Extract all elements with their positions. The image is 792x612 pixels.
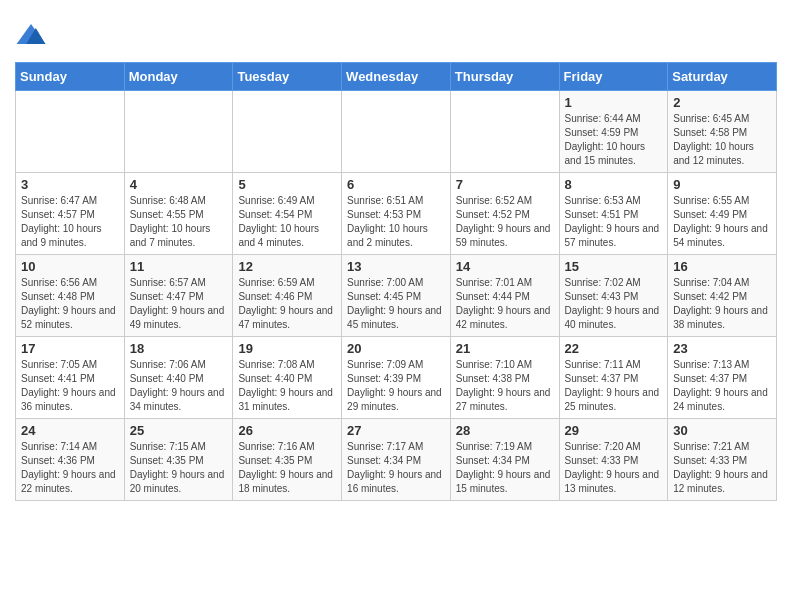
day-info: Sunrise: 7:15 AM Sunset: 4:35 PM Dayligh… xyxy=(130,440,228,496)
header-row: SundayMondayTuesdayWednesdayThursdayFrid… xyxy=(16,63,777,91)
day-info: Sunrise: 7:06 AM Sunset: 4:40 PM Dayligh… xyxy=(130,358,228,414)
calendar-cell: 21Sunrise: 7:10 AM Sunset: 4:38 PM Dayli… xyxy=(450,337,559,419)
day-number: 8 xyxy=(565,177,663,192)
day-info: Sunrise: 6:53 AM Sunset: 4:51 PM Dayligh… xyxy=(565,194,663,250)
calendar-cell: 22Sunrise: 7:11 AM Sunset: 4:37 PM Dayli… xyxy=(559,337,668,419)
calendar-row: 1Sunrise: 6:44 AM Sunset: 4:59 PM Daylig… xyxy=(16,91,777,173)
calendar-cell: 5Sunrise: 6:49 AM Sunset: 4:54 PM Daylig… xyxy=(233,173,342,255)
day-number: 25 xyxy=(130,423,228,438)
calendar-cell: 13Sunrise: 7:00 AM Sunset: 4:45 PM Dayli… xyxy=(342,255,451,337)
day-info: Sunrise: 7:20 AM Sunset: 4:33 PM Dayligh… xyxy=(565,440,663,496)
day-number: 1 xyxy=(565,95,663,110)
day-number: 10 xyxy=(21,259,119,274)
logo xyxy=(15,20,51,52)
calendar-cell: 24Sunrise: 7:14 AM Sunset: 4:36 PM Dayli… xyxy=(16,419,125,501)
calendar-cell: 27Sunrise: 7:17 AM Sunset: 4:34 PM Dayli… xyxy=(342,419,451,501)
day-info: Sunrise: 6:45 AM Sunset: 4:58 PM Dayligh… xyxy=(673,112,771,168)
day-number: 19 xyxy=(238,341,336,356)
column-header-monday: Monday xyxy=(124,63,233,91)
calendar-cell: 14Sunrise: 7:01 AM Sunset: 4:44 PM Dayli… xyxy=(450,255,559,337)
day-info: Sunrise: 6:44 AM Sunset: 4:59 PM Dayligh… xyxy=(565,112,663,168)
calendar-cell: 20Sunrise: 7:09 AM Sunset: 4:39 PM Dayli… xyxy=(342,337,451,419)
column-header-wednesday: Wednesday xyxy=(342,63,451,91)
column-header-tuesday: Tuesday xyxy=(233,63,342,91)
calendar-cell xyxy=(124,91,233,173)
day-info: Sunrise: 6:47 AM Sunset: 4:57 PM Dayligh… xyxy=(21,194,119,250)
calendar-cell: 9Sunrise: 6:55 AM Sunset: 4:49 PM Daylig… xyxy=(668,173,777,255)
day-info: Sunrise: 6:56 AM Sunset: 4:48 PM Dayligh… xyxy=(21,276,119,332)
calendar-cell: 18Sunrise: 7:06 AM Sunset: 4:40 PM Dayli… xyxy=(124,337,233,419)
day-info: Sunrise: 7:08 AM Sunset: 4:40 PM Dayligh… xyxy=(238,358,336,414)
day-number: 18 xyxy=(130,341,228,356)
calendar-cell: 25Sunrise: 7:15 AM Sunset: 4:35 PM Dayli… xyxy=(124,419,233,501)
day-number: 27 xyxy=(347,423,445,438)
day-info: Sunrise: 7:00 AM Sunset: 4:45 PM Dayligh… xyxy=(347,276,445,332)
day-number: 11 xyxy=(130,259,228,274)
calendar-cell: 15Sunrise: 7:02 AM Sunset: 4:43 PM Dayli… xyxy=(559,255,668,337)
calendar-cell: 29Sunrise: 7:20 AM Sunset: 4:33 PM Dayli… xyxy=(559,419,668,501)
day-info: Sunrise: 7:17 AM Sunset: 4:34 PM Dayligh… xyxy=(347,440,445,496)
calendar-row: 24Sunrise: 7:14 AM Sunset: 4:36 PM Dayli… xyxy=(16,419,777,501)
calendar-cell: 1Sunrise: 6:44 AM Sunset: 4:59 PM Daylig… xyxy=(559,91,668,173)
day-number: 14 xyxy=(456,259,554,274)
day-info: Sunrise: 7:14 AM Sunset: 4:36 PM Dayligh… xyxy=(21,440,119,496)
day-info: Sunrise: 6:55 AM Sunset: 4:49 PM Dayligh… xyxy=(673,194,771,250)
day-number: 7 xyxy=(456,177,554,192)
day-info: Sunrise: 6:49 AM Sunset: 4:54 PM Dayligh… xyxy=(238,194,336,250)
day-info: Sunrise: 6:59 AM Sunset: 4:46 PM Dayligh… xyxy=(238,276,336,332)
day-info: Sunrise: 7:21 AM Sunset: 4:33 PM Dayligh… xyxy=(673,440,771,496)
day-number: 13 xyxy=(347,259,445,274)
day-info: Sunrise: 7:13 AM Sunset: 4:37 PM Dayligh… xyxy=(673,358,771,414)
calendar-cell: 26Sunrise: 7:16 AM Sunset: 4:35 PM Dayli… xyxy=(233,419,342,501)
calendar-cell: 12Sunrise: 6:59 AM Sunset: 4:46 PM Dayli… xyxy=(233,255,342,337)
calendar-cell xyxy=(450,91,559,173)
calendar-cell: 11Sunrise: 6:57 AM Sunset: 4:47 PM Dayli… xyxy=(124,255,233,337)
day-info: Sunrise: 7:04 AM Sunset: 4:42 PM Dayligh… xyxy=(673,276,771,332)
day-info: Sunrise: 7:19 AM Sunset: 4:34 PM Dayligh… xyxy=(456,440,554,496)
day-number: 4 xyxy=(130,177,228,192)
day-number: 26 xyxy=(238,423,336,438)
day-number: 6 xyxy=(347,177,445,192)
day-number: 17 xyxy=(21,341,119,356)
calendar-cell: 23Sunrise: 7:13 AM Sunset: 4:37 PM Dayli… xyxy=(668,337,777,419)
day-number: 9 xyxy=(673,177,771,192)
calendar-cell: 16Sunrise: 7:04 AM Sunset: 4:42 PM Dayli… xyxy=(668,255,777,337)
column-header-thursday: Thursday xyxy=(450,63,559,91)
day-info: Sunrise: 6:52 AM Sunset: 4:52 PM Dayligh… xyxy=(456,194,554,250)
calendar-cell: 2Sunrise: 6:45 AM Sunset: 4:58 PM Daylig… xyxy=(668,91,777,173)
day-number: 23 xyxy=(673,341,771,356)
day-number: 16 xyxy=(673,259,771,274)
logo-icon xyxy=(15,20,47,52)
day-number: 28 xyxy=(456,423,554,438)
calendar-cell: 8Sunrise: 6:53 AM Sunset: 4:51 PM Daylig… xyxy=(559,173,668,255)
calendar-cell: 7Sunrise: 6:52 AM Sunset: 4:52 PM Daylig… xyxy=(450,173,559,255)
day-number: 5 xyxy=(238,177,336,192)
calendar-cell: 6Sunrise: 6:51 AM Sunset: 4:53 PM Daylig… xyxy=(342,173,451,255)
calendar-cell: 3Sunrise: 6:47 AM Sunset: 4:57 PM Daylig… xyxy=(16,173,125,255)
day-number: 2 xyxy=(673,95,771,110)
calendar-cell: 28Sunrise: 7:19 AM Sunset: 4:34 PM Dayli… xyxy=(450,419,559,501)
calendar-cell xyxy=(342,91,451,173)
calendar-table: SundayMondayTuesdayWednesdayThursdayFrid… xyxy=(15,62,777,501)
day-number: 20 xyxy=(347,341,445,356)
calendar-cell: 30Sunrise: 7:21 AM Sunset: 4:33 PM Dayli… xyxy=(668,419,777,501)
day-number: 3 xyxy=(21,177,119,192)
day-info: Sunrise: 7:09 AM Sunset: 4:39 PM Dayligh… xyxy=(347,358,445,414)
day-number: 30 xyxy=(673,423,771,438)
column-header-saturday: Saturday xyxy=(668,63,777,91)
calendar-cell: 17Sunrise: 7:05 AM Sunset: 4:41 PM Dayli… xyxy=(16,337,125,419)
day-info: Sunrise: 6:57 AM Sunset: 4:47 PM Dayligh… xyxy=(130,276,228,332)
page-header xyxy=(15,15,777,52)
day-number: 15 xyxy=(565,259,663,274)
day-info: Sunrise: 7:16 AM Sunset: 4:35 PM Dayligh… xyxy=(238,440,336,496)
calendar-cell: 10Sunrise: 6:56 AM Sunset: 4:48 PM Dayli… xyxy=(16,255,125,337)
column-header-friday: Friday xyxy=(559,63,668,91)
day-number: 22 xyxy=(565,341,663,356)
calendar-row: 17Sunrise: 7:05 AM Sunset: 4:41 PM Dayli… xyxy=(16,337,777,419)
calendar-row: 10Sunrise: 6:56 AM Sunset: 4:48 PM Dayli… xyxy=(16,255,777,337)
day-number: 12 xyxy=(238,259,336,274)
day-info: Sunrise: 6:48 AM Sunset: 4:55 PM Dayligh… xyxy=(130,194,228,250)
day-number: 24 xyxy=(21,423,119,438)
day-info: Sunrise: 7:02 AM Sunset: 4:43 PM Dayligh… xyxy=(565,276,663,332)
day-info: Sunrise: 7:05 AM Sunset: 4:41 PM Dayligh… xyxy=(21,358,119,414)
